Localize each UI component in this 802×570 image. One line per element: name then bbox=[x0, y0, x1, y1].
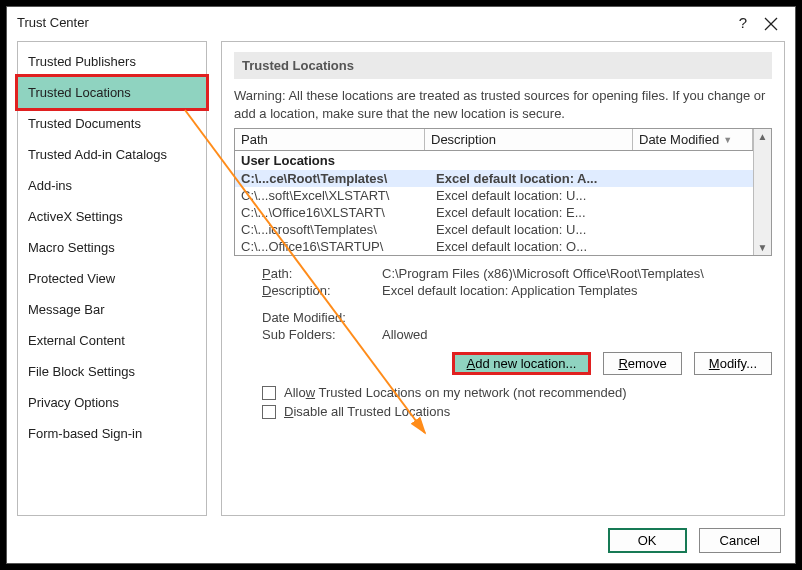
panel-title: Trusted Locations bbox=[234, 52, 772, 79]
detail-date-label: Date Modified: bbox=[262, 310, 382, 325]
detail-subfolders-label: Sub Folders: bbox=[262, 327, 382, 342]
cell-description: Excel default location: A... bbox=[436, 171, 747, 186]
window-title: Trust Center bbox=[17, 15, 729, 30]
col-path[interactable]: Path bbox=[235, 129, 425, 150]
table-row[interactable]: C:\...soft\Excel\XLSTART\Excel default l… bbox=[235, 187, 753, 204]
remove-button[interactable]: Remove bbox=[603, 352, 681, 375]
cell-path: C:\...soft\Excel\XLSTART\ bbox=[241, 188, 436, 203]
detail-date-value bbox=[382, 310, 772, 325]
table-vscrollbar[interactable]: ▲ ▼ bbox=[753, 129, 771, 255]
disable-all-checkbox-row[interactable]: Disable all Trusted Locations bbox=[234, 404, 772, 419]
titlebar: Trust Center ? bbox=[7, 7, 795, 35]
sort-dropdown-icon: ▼ bbox=[723, 135, 732, 145]
cell-path: C:\...icrosoft\Templates\ bbox=[241, 222, 436, 237]
detail-desc-value: Excel default location: Application Temp… bbox=[382, 283, 772, 298]
sidebar-item[interactable]: ActiveX Settings bbox=[18, 201, 206, 232]
checkbox-icon bbox=[262, 386, 276, 400]
sidebar-item[interactable]: Add-ins bbox=[18, 170, 206, 201]
trust-center-dialog: Trust Center ? Trusted PublishersTrusted… bbox=[6, 6, 796, 564]
category-sidebar: Trusted PublishersTrusted LocationsTrust… bbox=[17, 41, 207, 516]
sidebar-item[interactable]: External Content bbox=[18, 325, 206, 356]
close-icon bbox=[764, 17, 778, 31]
col-description[interactable]: Description bbox=[425, 129, 633, 150]
detail-subfolders-value: Allowed bbox=[382, 327, 772, 342]
cancel-button[interactable]: Cancel bbox=[699, 528, 781, 553]
sidebar-item[interactable]: Trusted Publishers bbox=[18, 46, 206, 77]
main-panel: Trusted Locations Warning: All these loc… bbox=[221, 41, 785, 516]
detail-path-value: C:\Program Files (x86)\Microsoft Office\… bbox=[382, 266, 772, 281]
detail-path-label: Path: bbox=[262, 266, 382, 281]
ok-button[interactable]: OK bbox=[608, 528, 687, 553]
scroll-up-icon: ▲ bbox=[758, 129, 768, 144]
warning-text: Warning: All these locations are treated… bbox=[234, 87, 772, 122]
sidebar-item[interactable]: Protected View bbox=[18, 263, 206, 294]
cell-path: C:\...\Office16\XLSTART\ bbox=[241, 205, 436, 220]
location-buttons: Add new location... Remove Modify... bbox=[234, 352, 772, 375]
sidebar-item[interactable]: Privacy Options bbox=[18, 387, 206, 418]
table-row[interactable]: C:\...icrosoft\Templates\Excel default l… bbox=[235, 221, 753, 238]
allow-network-checkbox-row[interactable]: Allow Trusted Locations on my network (n… bbox=[234, 385, 772, 400]
sidebar-item[interactable]: File Block Settings bbox=[18, 356, 206, 387]
table-row[interactable]: C:\...ce\Root\Templates\Excel default lo… bbox=[235, 170, 753, 187]
locations-table: Path Description Date Modified▼ User Loc… bbox=[234, 128, 772, 256]
table-row[interactable]: C:\...\Office16\XLSTART\Excel default lo… bbox=[235, 204, 753, 221]
sidebar-item[interactable]: Trusted Documents bbox=[18, 108, 206, 139]
cell-path: C:\...ce\Root\Templates\ bbox=[241, 171, 436, 186]
cell-description: Excel default location: E... bbox=[436, 205, 747, 220]
help-button[interactable]: ? bbox=[729, 14, 757, 31]
cell-path: C:\...Office16\STARTUP\ bbox=[241, 239, 436, 254]
cell-description: Excel default location: O... bbox=[436, 239, 747, 254]
location-details: Path:C:\Program Files (x86)\Microsoft Of… bbox=[234, 266, 772, 344]
add-new-location-button[interactable]: Add new location... bbox=[452, 352, 592, 375]
table-row[interactable]: C:\...Office16\STARTUP\Excel default loc… bbox=[235, 238, 753, 255]
table-header: Path Description Date Modified▼ bbox=[235, 129, 753, 151]
sidebar-item[interactable]: Trusted Add-in Catalogs bbox=[18, 139, 206, 170]
disable-all-label: Disable all Trusted Locations bbox=[284, 404, 450, 419]
col-date-modified[interactable]: Date Modified▼ bbox=[633, 129, 753, 150]
sidebar-item[interactable]: Form-based Sign-in bbox=[18, 418, 206, 449]
sidebar-item[interactable]: Message Bar bbox=[18, 294, 206, 325]
cell-description: Excel default location: U... bbox=[436, 222, 747, 237]
cell-description: Excel default location: U... bbox=[436, 188, 747, 203]
close-button[interactable] bbox=[757, 13, 785, 30]
checkbox-icon bbox=[262, 405, 276, 419]
scroll-down-icon: ▼ bbox=[758, 240, 768, 255]
modify-button[interactable]: Modify... bbox=[694, 352, 772, 375]
sidebar-item[interactable]: Macro Settings bbox=[18, 232, 206, 263]
sidebar-item[interactable]: Trusted Locations bbox=[15, 74, 209, 111]
dialog-footer: OK Cancel bbox=[7, 520, 795, 563]
group-user-locations: User Locations bbox=[235, 151, 753, 170]
allow-network-label: Allow Trusted Locations on my network (n… bbox=[284, 385, 627, 400]
detail-desc-label: Description: bbox=[262, 283, 382, 298]
